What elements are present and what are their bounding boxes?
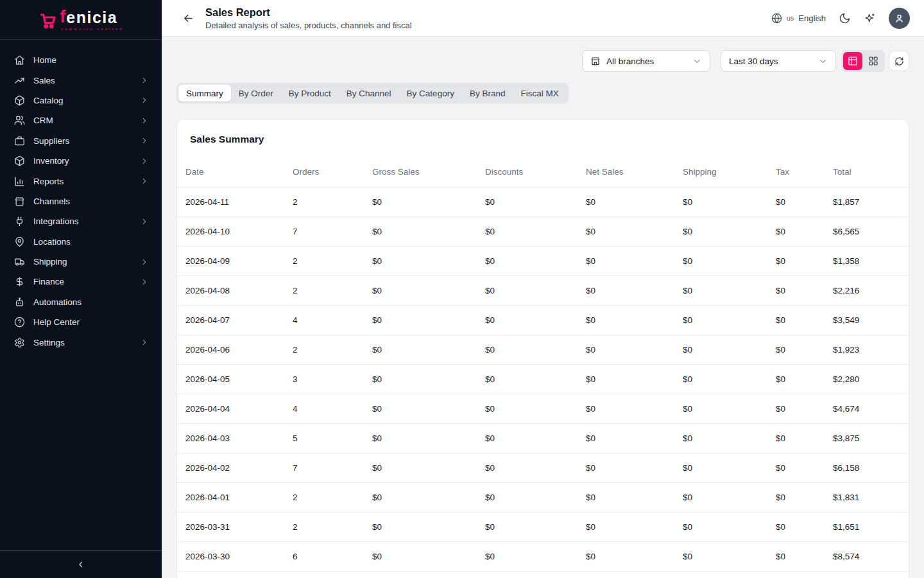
user-avatar[interactable] — [889, 8, 910, 29]
chevron-right-icon — [140, 258, 149, 267]
briefcase-icon — [14, 136, 25, 146]
cell-net-sales: $0 — [586, 217, 683, 247]
cell-total: $2,216 — [833, 276, 909, 306]
branch-select[interactable]: All branches — [582, 50, 710, 72]
sidebar-nav: HomeSalesCatalogCRMSuppliersInventoryRep… — [0, 40, 162, 550]
language-selector[interactable]: us English — [771, 13, 826, 24]
table-row: 2026-03-312$0$0$0$0$0$1,651 — [177, 512, 909, 542]
table-body: 2026-04-112$0$0$0$0$0$1,8572026-04-107$0… — [177, 188, 909, 572]
grid-view-button[interactable] — [864, 52, 883, 70]
cell-net-sales: $0 — [586, 276, 683, 306]
store-icon — [590, 56, 601, 66]
sidebar-item-help-center[interactable]: Help Center — [0, 312, 162, 332]
dollar-icon — [14, 276, 25, 287]
cell-net-sales: $0 — [586, 365, 683, 394]
sidebar-item-shipping[interactable]: Shipping — [0, 252, 162, 272]
sidebar-item-inventory[interactable]: Inventory — [0, 151, 162, 171]
sidebar-item-integrations[interactable]: Integrations — [0, 211, 162, 231]
table-row: 2026-04-082$0$0$0$0$0$2,216 — [177, 276, 909, 306]
cell-shipping: $0 — [683, 188, 776, 217]
cell-net-sales: $0 — [586, 483, 683, 512]
tab-by-product[interactable]: By Product — [281, 85, 339, 101]
cell-orders: 3 — [293, 365, 372, 394]
cell-tax: $0 — [776, 394, 833, 424]
chevron-right-icon — [140, 338, 149, 347]
tab-by-channel[interactable]: By Channel — [339, 85, 399, 101]
cell-gross-sales: $0 — [372, 247, 485, 276]
dark-mode-toggle[interactable] — [839, 12, 851, 24]
refresh-button[interactable] — [889, 51, 909, 71]
chevron-right-icon — [140, 177, 149, 186]
chevron-right-icon — [140, 96, 149, 105]
sidebar-item-label: Help Center — [33, 317, 80, 327]
trending-up-icon — [14, 75, 25, 86]
cell-total: $1,358 — [833, 247, 909, 276]
column-header-tax: Tax — [776, 145, 833, 188]
sidebar-item-catalog[interactable]: Catalog — [0, 91, 162, 110]
sidebar-item-automations[interactable]: Automations — [0, 292, 162, 312]
cell-tax: $0 — [776, 188, 833, 217]
logo[interactable]: fenicia commerce evolved — [0, 0, 162, 40]
sidebar-item-home[interactable]: Home — [0, 50, 162, 70]
sidebar-item-label: Suppliers — [33, 136, 69, 146]
cell-total: $8,574 — [833, 542, 909, 572]
sidebar-item-finance[interactable]: Finance — [0, 272, 162, 292]
tab-by-order[interactable]: By Order — [231, 85, 281, 101]
sidebar: fenicia commerce evolved HomeSalesCatalo… — [0, 0, 162, 578]
sidebar-item-suppliers[interactable]: Suppliers — [0, 131, 162, 151]
back-button[interactable] — [178, 8, 198, 28]
table-row: 2026-04-112$0$0$0$0$0$1,857 — [177, 188, 909, 217]
period-select[interactable]: Last 30 days — [721, 50, 836, 72]
cell-gross-sales: $0 — [372, 306, 485, 335]
sidebar-collapse-button[interactable] — [0, 550, 162, 578]
chevron-right-icon — [140, 277, 149, 286]
tab-by-category[interactable]: By Category — [399, 85, 462, 101]
cell-discounts: $0 — [485, 217, 586, 247]
cell-date: 2026-04-07 — [177, 306, 293, 335]
cell-orders: 6 — [293, 542, 372, 572]
cell-net-sales: $0 — [586, 542, 683, 572]
cell-discounts: $0 — [485, 542, 586, 572]
view-toggle — [841, 50, 885, 72]
cell-gross-sales: $0 — [372, 424, 485, 453]
column-header-total: Total — [833, 145, 909, 188]
sidebar-item-crm[interactable]: CRM — [0, 110, 162, 130]
tab-by-brand[interactable]: By Brand — [462, 85, 513, 101]
cell-orders: 2 — [293, 335, 372, 365]
cell-tax: $0 — [776, 247, 833, 276]
cell-date: 2026-04-03 — [177, 424, 293, 453]
cell-gross-sales: $0 — [372, 217, 485, 247]
cell-total: $1,923 — [833, 335, 909, 365]
cell-discounts: $0 — [485, 424, 586, 453]
cell-shipping: $0 — [683, 453, 776, 483]
cell-orders: 2 — [293, 276, 372, 306]
cell-shipping: $0 — [683, 365, 776, 394]
sidebar-item-reports[interactable]: Reports — [0, 171, 162, 191]
user-icon — [894, 13, 905, 24]
chevron-right-icon — [140, 136, 149, 145]
sidebar-item-label: Channels — [33, 197, 70, 206]
store-icon — [14, 196, 25, 207]
cell-net-sales: $0 — [586, 512, 683, 542]
sidebar-item-sales[interactable]: Sales — [0, 70, 162, 90]
cell-orders: 4 — [293, 306, 372, 335]
sidebar-item-locations[interactable]: Locations — [0, 232, 162, 252]
ai-assistant-button[interactable] — [864, 12, 876, 24]
sidebar-item-settings[interactable]: Settings — [0, 332, 162, 352]
table-view-button[interactable] — [843, 52, 862, 70]
chevron-right-icon — [140, 116, 149, 125]
cell-net-sales: $0 — [586, 188, 683, 217]
cart-icon — [38, 10, 58, 30]
sidebar-item-label: Inventory — [33, 156, 69, 166]
filter-bar: All branches Last 30 days — [176, 50, 909, 72]
tab-summary[interactable]: Summary — [178, 85, 231, 101]
sidebar-item-channels[interactable]: Channels — [0, 191, 162, 211]
table-row: 2026-03-306$0$0$0$0$0$8,574 — [177, 542, 909, 572]
cell-orders: 2 — [293, 483, 372, 512]
sidebar-item-label: Integrations — [33, 216, 79, 226]
tab-fiscal-mx[interactable]: Fiscal MX — [513, 85, 566, 101]
cell-shipping: $0 — [683, 483, 776, 512]
cell-net-sales: $0 — [586, 424, 683, 453]
cell-discounts: $0 — [485, 188, 586, 217]
cell-date: 2026-04-10 — [177, 217, 293, 247]
